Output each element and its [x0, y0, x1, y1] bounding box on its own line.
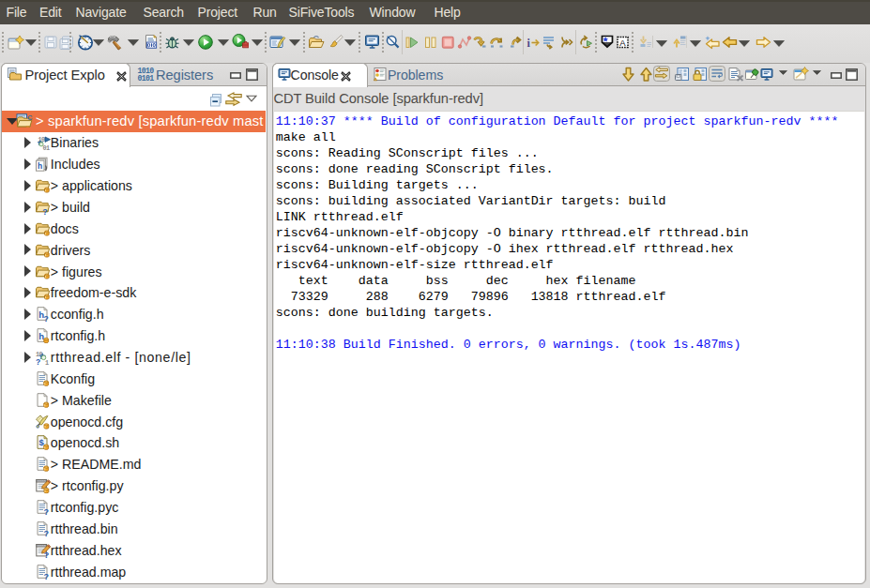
svg-text:?: ?	[44, 314, 49, 322]
svg-text:h: h	[38, 161, 42, 171]
svg-text:A: A	[619, 38, 626, 48]
svg-text:?: ?	[44, 529, 50, 537]
svg-text:01: 01	[43, 144, 51, 151]
svg-text:i: i	[527, 37, 531, 50]
svg-text:1: 1	[45, 358, 49, 365]
svg-text:C: C	[27, 113, 33, 122]
svg-text:?: ?	[44, 550, 50, 558]
svg-text:0101: 0101	[138, 74, 155, 83]
svg-text:?: ?	[44, 572, 50, 580]
svg-text:?: ?	[42, 207, 48, 216]
svg-text:h: h	[38, 331, 44, 341]
svg-text:?: ?	[36, 357, 40, 365]
svg-text:?: ?	[44, 507, 50, 516]
